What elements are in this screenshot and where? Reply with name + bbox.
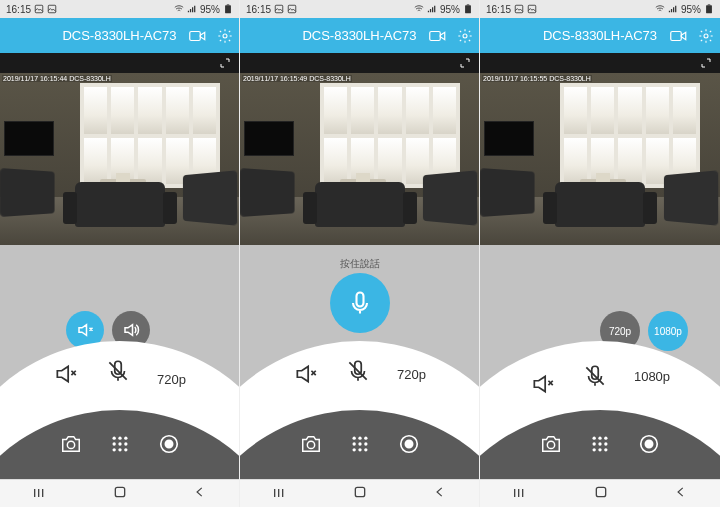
image-icon (514, 4, 524, 14)
video-subbar (480, 53, 720, 73)
push-to-talk-label: 按住說話 (240, 257, 479, 271)
svg-rect-3 (227, 4, 230, 5)
camera-title: DCS-8330LH-AC73 (62, 28, 176, 43)
record-icon (398, 433, 420, 455)
android-navbar (240, 479, 479, 507)
signal-icon (668, 4, 678, 14)
video-timestamp: 2019/11/17 16:15:44 DCS-8330LH (2, 75, 112, 82)
expand-icon[interactable] (459, 57, 471, 69)
svg-point-12 (118, 442, 121, 445)
settings-icon[interactable] (698, 28, 714, 44)
video-toggle-icon[interactable] (670, 29, 688, 43)
svg-point-34 (364, 437, 367, 440)
svg-point-31 (307, 441, 314, 448)
image-icon (527, 4, 537, 14)
svg-point-57 (604, 437, 607, 440)
live-video-feed[interactable]: 2019/11/17 16:15:44 DCS-8330LH (0, 73, 239, 245)
status-bar: 16:15 95% (240, 0, 479, 18)
camera-icon (300, 433, 322, 455)
record-button[interactable] (158, 433, 180, 459)
control-panel: 720p 1080p 1080p (480, 245, 720, 479)
grid-menu-button[interactable] (350, 434, 370, 458)
expand-icon[interactable] (700, 57, 712, 69)
live-video-feed[interactable]: 2019/11/17 16:15:49 DCS-8330LH (240, 73, 479, 245)
wifi-icon (174, 4, 184, 14)
status-bar: 16:15 95% (480, 0, 720, 18)
svg-point-35 (352, 442, 355, 445)
image-icon (34, 4, 44, 14)
image-icon (274, 4, 284, 14)
battery-text: 95% (681, 4, 701, 15)
status-time: 16:15 (486, 4, 511, 15)
resolution-button[interactable]: 720p (397, 367, 426, 382)
snapshot-button[interactable] (300, 433, 322, 459)
home-button[interactable] (112, 484, 128, 504)
status-time: 16:15 (246, 4, 271, 15)
mic-mute-icon (582, 363, 608, 389)
mic-mute-icon (105, 358, 131, 384)
record-icon (158, 433, 180, 455)
svg-rect-49 (706, 5, 712, 13)
recent-apps-button[interactable] (272, 485, 288, 503)
video-timestamp: 2019/11/17 16:15:55 DCS-8330LH (482, 75, 592, 82)
mic-toggle-button[interactable] (582, 363, 608, 389)
battery-icon (463, 4, 473, 14)
expand-icon[interactable] (219, 57, 231, 69)
status-time: 16:15 (6, 4, 31, 15)
back-button[interactable] (433, 485, 447, 503)
video-toggle-icon[interactable] (429, 29, 447, 43)
svg-point-54 (547, 441, 554, 448)
svg-rect-29 (356, 293, 363, 307)
svg-point-60 (604, 442, 607, 445)
wifi-icon (414, 4, 424, 14)
svg-point-33 (358, 437, 361, 440)
mic-mute-icon (345, 358, 371, 384)
snapshot-button[interactable] (540, 433, 562, 459)
record-button[interactable] (638, 433, 660, 459)
speaker-toggle-button[interactable] (530, 371, 556, 397)
video-toggle-icon[interactable] (189, 29, 207, 43)
resolution-1080p-button[interactable]: 1080p (648, 311, 688, 351)
app-header: DCS-8330LH-AC73 (480, 18, 720, 53)
svg-rect-46 (356, 487, 365, 496)
mic-toggle-button[interactable] (345, 358, 371, 384)
speaker-toggle-button[interactable] (293, 361, 319, 387)
home-button[interactable] (593, 484, 609, 504)
recent-apps-button[interactable] (512, 485, 528, 503)
mic-toggle-button[interactable] (105, 358, 131, 384)
app-header: DCS-8330LH-AC73 (240, 18, 479, 53)
settings-icon[interactable] (217, 28, 233, 44)
grid-menu-button[interactable] (110, 434, 130, 458)
svg-point-11 (112, 442, 115, 445)
camera-title: DCS-8330LH-AC73 (302, 28, 416, 43)
grid-menu-button[interactable] (590, 434, 610, 458)
back-button[interactable] (193, 485, 207, 503)
speaker-mute-icon (53, 361, 79, 387)
wifi-icon (655, 4, 665, 14)
camera-icon (60, 433, 82, 455)
back-button[interactable] (674, 485, 688, 503)
svg-point-37 (364, 442, 367, 445)
video-subbar (240, 53, 479, 73)
android-navbar (0, 479, 239, 507)
svg-point-38 (352, 448, 355, 451)
svg-point-42 (405, 440, 412, 447)
push-to-talk-button[interactable] (330, 273, 390, 333)
snapshot-button[interactable] (60, 433, 82, 459)
svg-rect-22 (116, 487, 125, 496)
recent-apps-button[interactable] (32, 485, 48, 503)
resolution-button[interactable]: 720p (157, 372, 186, 387)
speaker-icon (122, 321, 140, 339)
live-video-feed[interactable]: 2019/11/17 16:15:55 DCS-8330LH (480, 73, 720, 245)
record-button[interactable] (398, 433, 420, 459)
mic-icon (346, 289, 374, 317)
settings-icon[interactable] (457, 28, 473, 44)
camera-icon (540, 433, 562, 455)
resolution-button[interactable]: 1080p (634, 369, 670, 384)
resolution-label: 720p (397, 367, 426, 382)
video-subbar (0, 53, 239, 73)
home-button[interactable] (352, 484, 368, 504)
video-timestamp: 2019/11/17 16:15:49 DCS-8330LH (242, 75, 352, 82)
speaker-toggle-button[interactable] (53, 361, 79, 387)
battery-text: 95% (200, 4, 220, 15)
